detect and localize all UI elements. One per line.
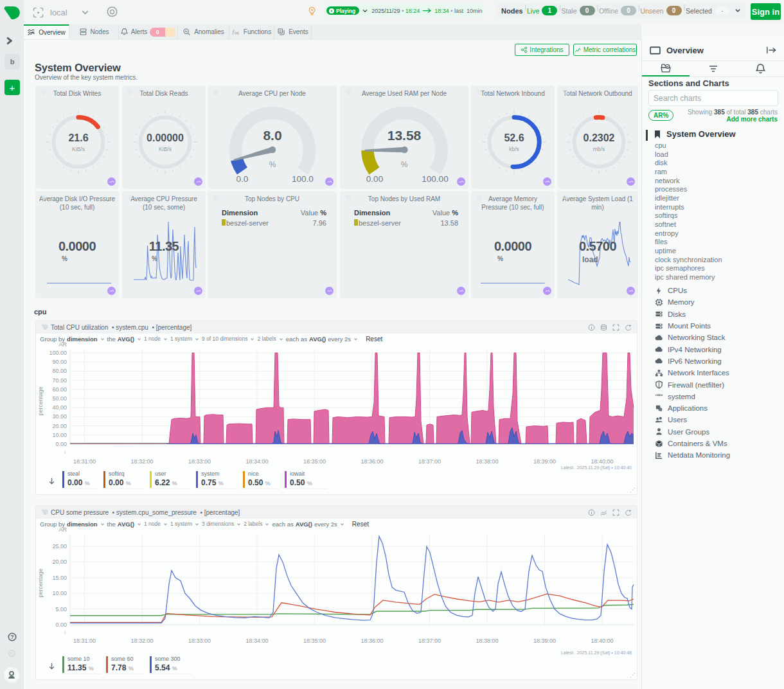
- svg-text:0.0: 0.0: [236, 174, 249, 184]
- svg-text:90.00: 90.00: [52, 359, 67, 365]
- svg-text:(x): (x): [235, 31, 239, 35]
- svg-text:18:34:00: 18:34:00: [245, 458, 268, 465]
- svg-text:18:40:00: 18:40:00: [591, 638, 613, 644]
- svg-text:kb/s: kb/s: [509, 146, 519, 152]
- svg-text:18:38:00: 18:38:00: [476, 458, 498, 465]
- svg-text:18:38:00: 18:38:00: [476, 638, 498, 644]
- svg-text:percentage: percentage: [37, 386, 44, 415]
- svg-text:0.00: 0.00: [55, 622, 67, 628]
- svg-text:AR: AR: [58, 526, 67, 533]
- svg-text:0.00000: 0.00000: [147, 132, 184, 143]
- svg-text:%: %: [401, 160, 408, 169]
- svg-text:52.6: 52.6: [504, 132, 524, 143]
- svg-text:18:33:00: 18:33:00: [188, 638, 211, 644]
- svg-text:18:39:00: 18:39:00: [533, 638, 556, 644]
- svg-text:18:36:00: 18:36:00: [361, 458, 383, 465]
- svg-text:18:37:00: 18:37:00: [418, 458, 441, 465]
- svg-text:18:33:00: 18:33:00: [188, 458, 211, 465]
- svg-text:30.00: 30.00: [52, 413, 67, 420]
- svg-text:10.00: 10.00: [52, 590, 67, 596]
- svg-text:KiB/s: KiB/s: [159, 146, 172, 152]
- svg-text:2: 2: [660, 408, 662, 412]
- svg-text:20.00: 20.00: [52, 559, 67, 565]
- svg-text:18:32:00: 18:32:00: [130, 458, 153, 465]
- svg-text:18:34:00: 18:34:00: [245, 638, 268, 644]
- svg-text:%: %: [269, 160, 276, 169]
- svg-text:18:36:00: 18:36:00: [361, 638, 383, 644]
- svg-text:100.00: 100.00: [49, 350, 67, 356]
- svg-text:AR: AR: [58, 341, 67, 348]
- svg-text:0.2302: 0.2302: [584, 132, 615, 143]
- svg-text:15.00: 15.00: [52, 575, 67, 581]
- svg-text:18:31:00: 18:31:00: [73, 458, 96, 465]
- svg-text:13.58: 13.58: [388, 128, 422, 143]
- svg-text:KiB/s: KiB/s: [72, 146, 85, 152]
- svg-text:18:31:00: 18:31:00: [73, 638, 96, 644]
- svg-text:8.0: 8.0: [263, 128, 281, 143]
- svg-text:0.00: 0.00: [366, 174, 383, 184]
- svg-text:0.00: 0.00: [55, 441, 67, 447]
- svg-text:80.00: 80.00: [52, 368, 67, 374]
- svg-text:18:35:00: 18:35:00: [303, 638, 326, 644]
- svg-text:18:37:00: 18:37:00: [418, 638, 441, 644]
- svg-text:40.00: 40.00: [52, 404, 67, 411]
- svg-text:50.00: 50.00: [52, 395, 67, 402]
- svg-text:5.00: 5.00: [55, 606, 67, 613]
- svg-text:18:39:00: 18:39:00: [533, 458, 556, 465]
- svg-text:mb/s: mb/s: [593, 146, 605, 152]
- svg-text:percentage: percentage: [37, 568, 44, 597]
- svg-text:i: i: [64, 630, 66, 636]
- svg-text:18:40:00: 18:40:00: [591, 458, 613, 465]
- svg-text:10.00: 10.00: [52, 432, 67, 438]
- svg-text:18:35:00: 18:35:00: [303, 458, 326, 465]
- svg-text:100.0: 100.0: [292, 174, 314, 184]
- svg-text:i: i: [64, 449, 66, 455]
- svg-text:25.00: 25.00: [52, 543, 67, 550]
- svg-text:21.6: 21.6: [68, 132, 88, 143]
- svg-text:100.00: 100.00: [422, 174, 448, 184]
- svg-text:70.00: 70.00: [52, 377, 67, 384]
- svg-text:20.00: 20.00: [52, 423, 67, 429]
- svg-text:18:32:00: 18:32:00: [130, 638, 153, 644]
- svg-text:?: ?: [10, 634, 13, 640]
- svg-text:60.00: 60.00: [52, 386, 67, 393]
